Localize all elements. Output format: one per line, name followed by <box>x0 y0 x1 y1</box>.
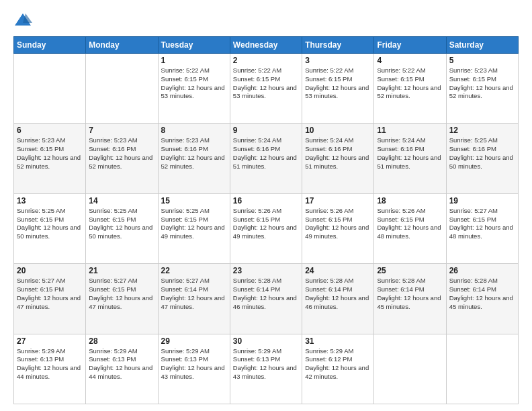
calendar-cell: 25Sunrise: 5:28 AMSunset: 6:14 PMDayligh… <box>374 264 446 334</box>
calendar-cell: 2Sunrise: 5:22 AMSunset: 6:15 PMDaylight… <box>230 54 302 124</box>
calendar-week-5: 27Sunrise: 5:29 AMSunset: 6:13 PMDayligh… <box>14 334 519 404</box>
calendar-cell: 28Sunrise: 5:29 AMSunset: 6:13 PMDayligh… <box>86 334 158 404</box>
calendar-cell: 26Sunrise: 5:28 AMSunset: 6:14 PMDayligh… <box>446 264 518 334</box>
calendar-cell: 7Sunrise: 5:23 AMSunset: 6:16 PMDaylight… <box>86 124 158 193</box>
calendar-cell <box>374 334 446 404</box>
calendar-cell <box>86 54 158 124</box>
cell-info: Sunrise: 5:23 AMSunset: 6:15 PMDaylight:… <box>449 66 515 101</box>
cell-info: Sunrise: 5:29 AMSunset: 6:13 PMDaylight:… <box>17 347 83 381</box>
calendar-cell: 27Sunrise: 5:29 AMSunset: 6:13 PMDayligh… <box>14 334 86 404</box>
cell-info: Sunrise: 5:27 AMSunset: 6:15 PMDaylight:… <box>17 277 83 311</box>
day-number: 11 <box>377 126 443 135</box>
calendar-table: Sunday Monday Tuesday Wednesday Thursday… <box>13 36 519 404</box>
cell-info: Sunrise: 5:27 AMSunset: 6:14 PMDaylight:… <box>161 277 227 311</box>
calendar-cell: 9Sunrise: 5:24 AMSunset: 6:16 PMDaylight… <box>230 124 302 193</box>
cell-info: Sunrise: 5:22 AMSunset: 6:15 PMDaylight:… <box>305 66 371 101</box>
calendar-cell: 11Sunrise: 5:24 AMSunset: 6:16 PMDayligh… <box>374 124 446 193</box>
cell-info: Sunrise: 5:22 AMSunset: 6:15 PMDaylight:… <box>161 66 227 101</box>
cell-info: Sunrise: 5:26 AMSunset: 6:15 PMDaylight:… <box>233 207 299 241</box>
calendar-cell: 20Sunrise: 5:27 AMSunset: 6:15 PMDayligh… <box>14 264 86 334</box>
cell-info: Sunrise: 5:28 AMSunset: 6:14 PMDaylight:… <box>305 277 371 311</box>
calendar-cell: 1Sunrise: 5:22 AMSunset: 6:15 PMDaylight… <box>158 54 230 124</box>
day-number: 27 <box>17 336 83 346</box>
cell-info: Sunrise: 5:24 AMSunset: 6:16 PMDaylight:… <box>377 136 443 171</box>
calendar-cell: 13Sunrise: 5:25 AMSunset: 6:15 PMDayligh… <box>14 193 86 263</box>
cell-info: Sunrise: 5:29 AMSunset: 6:12 PMDaylight:… <box>305 347 371 381</box>
logo-icon <box>13 11 32 30</box>
calendar-cell: 17Sunrise: 5:26 AMSunset: 6:15 PMDayligh… <box>302 193 374 263</box>
calendar-week-2: 6Sunrise: 5:23 AMSunset: 6:15 PMDaylight… <box>14 124 519 193</box>
day-number: 2 <box>233 56 299 65</box>
day-number: 3 <box>305 56 371 65</box>
cell-info: Sunrise: 5:22 AMSunset: 6:15 PMDaylight:… <box>233 66 299 101</box>
cell-info: Sunrise: 5:23 AMSunset: 6:15 PMDaylight:… <box>17 136 83 171</box>
day-number: 14 <box>89 196 154 205</box>
cell-info: Sunrise: 5:29 AMSunset: 6:13 PMDaylight:… <box>161 347 227 381</box>
cell-info: Sunrise: 5:25 AMSunset: 6:15 PMDaylight:… <box>89 207 154 241</box>
cell-info: Sunrise: 5:29 AMSunset: 6:13 PMDaylight:… <box>89 347 154 381</box>
day-number: 23 <box>233 266 299 275</box>
cell-info: Sunrise: 5:24 AMSunset: 6:16 PMDaylight:… <box>305 136 371 171</box>
cell-info: Sunrise: 5:24 AMSunset: 6:16 PMDaylight:… <box>233 136 299 171</box>
cell-info: Sunrise: 5:25 AMSunset: 6:16 PMDaylight:… <box>449 136 515 171</box>
day-number: 13 <box>17 196 83 205</box>
day-number: 6 <box>17 126 83 135</box>
day-number: 30 <box>233 336 299 346</box>
day-number: 17 <box>305 196 371 205</box>
day-number: 19 <box>449 196 515 205</box>
calendar-week-4: 20Sunrise: 5:27 AMSunset: 6:15 PMDayligh… <box>14 264 519 334</box>
calendar-cell: 24Sunrise: 5:28 AMSunset: 6:14 PMDayligh… <box>302 264 374 334</box>
day-number: 20 <box>17 266 83 275</box>
cell-info: Sunrise: 5:27 AMSunset: 6:15 PMDaylight:… <box>89 277 154 311</box>
day-number: 7 <box>89 126 154 135</box>
calendar-cell: 12Sunrise: 5:25 AMSunset: 6:16 PMDayligh… <box>446 124 518 193</box>
cell-info: Sunrise: 5:28 AMSunset: 6:14 PMDaylight:… <box>449 277 515 311</box>
header-saturday: Saturday <box>446 37 518 54</box>
header-tuesday: Tuesday <box>158 37 230 54</box>
day-number: 10 <box>305 126 371 135</box>
cell-info: Sunrise: 5:26 AMSunset: 6:15 PMDaylight:… <box>305 207 371 241</box>
calendar-cell: 23Sunrise: 5:28 AMSunset: 6:14 PMDayligh… <box>230 264 302 334</box>
day-number: 22 <box>161 266 227 275</box>
cell-info: Sunrise: 5:25 AMSunset: 6:15 PMDaylight:… <box>17 207 83 241</box>
calendar-cell: 10Sunrise: 5:24 AMSunset: 6:16 PMDayligh… <box>302 124 374 193</box>
cell-info: Sunrise: 5:23 AMSunset: 6:16 PMDaylight:… <box>89 136 154 171</box>
day-number: 28 <box>89 336 154 346</box>
day-number: 4 <box>377 56 443 65</box>
calendar-cell: 15Sunrise: 5:25 AMSunset: 6:15 PMDayligh… <box>158 193 230 263</box>
day-number: 1 <box>161 56 227 65</box>
cell-info: Sunrise: 5:28 AMSunset: 6:14 PMDaylight:… <box>377 277 443 311</box>
calendar-cell: 3Sunrise: 5:22 AMSunset: 6:15 PMDaylight… <box>302 54 374 124</box>
svg-marker-1 <box>23 13 32 23</box>
calendar-cell: 22Sunrise: 5:27 AMSunset: 6:14 PMDayligh… <box>158 264 230 334</box>
cell-info: Sunrise: 5:26 AMSunset: 6:15 PMDaylight:… <box>377 207 443 241</box>
header-wednesday: Wednesday <box>230 37 302 54</box>
header-thursday: Thursday <box>302 37 374 54</box>
calendar-cell: 18Sunrise: 5:26 AMSunset: 6:15 PMDayligh… <box>374 193 446 263</box>
weekday-header-row: Sunday Monday Tuesday Wednesday Thursday… <box>14 37 519 54</box>
cell-info: Sunrise: 5:27 AMSunset: 6:15 PMDaylight:… <box>449 207 515 241</box>
calendar-cell: 8Sunrise: 5:23 AMSunset: 6:16 PMDaylight… <box>158 124 230 193</box>
day-number: 5 <box>449 56 515 65</box>
logo <box>13 11 35 30</box>
day-number: 25 <box>377 266 443 275</box>
calendar-cell: 6Sunrise: 5:23 AMSunset: 6:15 PMDaylight… <box>14 124 86 193</box>
calendar-cell: 16Sunrise: 5:26 AMSunset: 6:15 PMDayligh… <box>230 193 302 263</box>
calendar-cell: 30Sunrise: 5:29 AMSunset: 6:13 PMDayligh… <box>230 334 302 404</box>
day-number: 18 <box>377 196 443 205</box>
header-sunday: Sunday <box>14 37 86 54</box>
cell-info: Sunrise: 5:28 AMSunset: 6:14 PMDaylight:… <box>233 277 299 311</box>
calendar-cell <box>14 54 86 124</box>
calendar-cell: 29Sunrise: 5:29 AMSunset: 6:13 PMDayligh… <box>158 334 230 404</box>
day-number: 26 <box>449 266 515 275</box>
calendar-week-1: 1Sunrise: 5:22 AMSunset: 6:15 PMDaylight… <box>14 54 519 124</box>
calendar-cell: 31Sunrise: 5:29 AMSunset: 6:12 PMDayligh… <box>302 334 374 404</box>
calendar-cell <box>446 334 518 404</box>
cell-info: Sunrise: 5:22 AMSunset: 6:15 PMDaylight:… <box>377 66 443 101</box>
day-number: 15 <box>161 196 227 205</box>
header-monday: Monday <box>86 37 158 54</box>
day-number: 16 <box>233 196 299 205</box>
day-number: 31 <box>305 336 371 346</box>
calendar-cell: 14Sunrise: 5:25 AMSunset: 6:15 PMDayligh… <box>86 193 158 263</box>
day-number: 29 <box>161 336 227 346</box>
